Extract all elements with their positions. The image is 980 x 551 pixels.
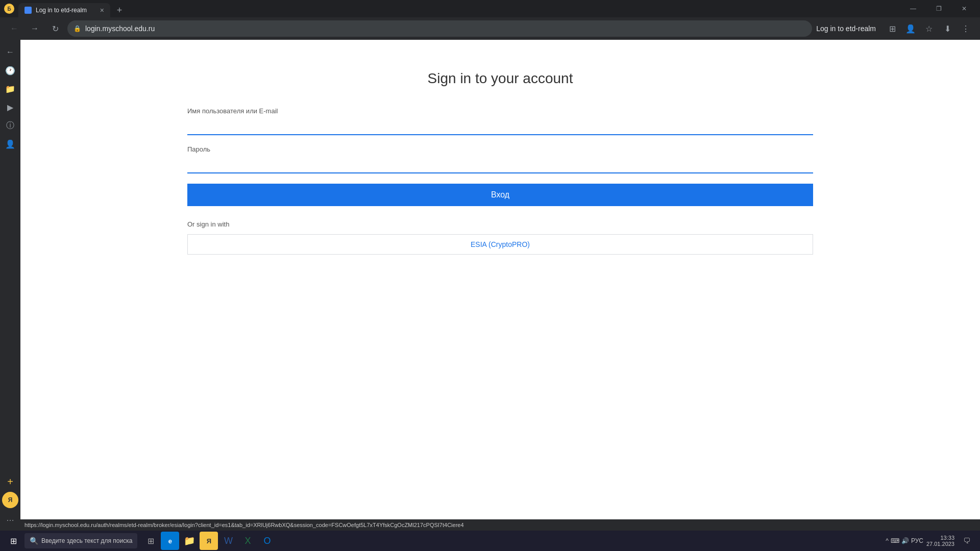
explorer-taskbar[interactable]: 📁 — [180, 532, 199, 550]
back-button[interactable]: ← — [6, 20, 22, 37]
clock-date: 27.01.2023 — [926, 541, 954, 547]
taskbar-sys-icons: ^ ⌨ 🔊 РУС — [886, 537, 923, 544]
password-label: Пароль — [187, 145, 813, 153]
login-container: Sign in to your account Имя пользователя… — [153, 70, 847, 519]
esia-button[interactable]: ESIA (CryptoPRO) — [187, 234, 813, 255]
sidebar-icon-history[interactable]: 🕐 — [2, 62, 18, 79]
sidebar-icon-play[interactable]: ▶ — [2, 99, 18, 115]
sidebar: ← 🕐 📁 ▶ ⓘ 👤 + Я … — [0, 40, 20, 531]
password-field-group: Пароль — [187, 145, 813, 173]
new-tab-button[interactable]: + — [112, 3, 127, 17]
address-text: login.myschool.edu.ru — [85, 24, 806, 33]
restore-button[interactable]: ❐ — [927, 0, 950, 17]
nav-right-icons: ⊞ 👤 ☆ ⬇ ⋮ — [884, 20, 974, 37]
password-input[interactable] — [187, 155, 813, 173]
browser-chrome: Б Log in to etd-realm × + — ❐ ✕ ← → ↻ 🔒 … — [0, 0, 980, 40]
keyboard-icon: ⌨ — [891, 537, 899, 544]
lock-icon: 🔒 — [74, 25, 81, 32]
or-sign-in-text: Or sign in with — [187, 220, 813, 228]
browser-logo: Б — [4, 4, 14, 14]
notification-button[interactable]: 🗨 — [958, 532, 976, 550]
tab-bar: Log in to etd-realm × + — [18, 0, 897, 17]
yandex-taskbar[interactable]: Я — [200, 532, 218, 550]
edge-taskbar[interactable]: e — [161, 532, 179, 550]
profile-button[interactable]: 👤 — [902, 20, 919, 37]
title-bar-controls: — ❐ ✕ — [901, 0, 976, 17]
downloads-button[interactable]: ⬇ — [939, 20, 955, 37]
taskbar-search[interactable]: 🔍 Введите здесь текст для поиска — [24, 533, 137, 548]
taskview-button[interactable]: ⊞ — [141, 532, 160, 550]
start-button[interactable]: ⊞ — [4, 532, 22, 550]
taskbar: ⊞ 🔍 Введите здесь текст для поиска ⊞ e 📁… — [0, 531, 980, 551]
layout: ← 🕐 📁 ▶ ⓘ 👤 + Я … Sign in to your accoun… — [0, 40, 980, 531]
forward-button[interactable]: → — [27, 20, 43, 37]
sidebar-icon-profile[interactable]: 👤 — [2, 136, 18, 152]
word-taskbar[interactable]: W — [219, 532, 237, 550]
menu-button[interactable]: ⋮ — [958, 20, 974, 37]
active-tab[interactable]: Log in to etd-realm × — [18, 3, 110, 17]
bookmark-button[interactable]: ☆ — [921, 20, 937, 37]
sidebar-icon-back[interactable]: ← — [2, 44, 18, 60]
status-bar: https://login.myschool.edu.ru/auth/realm… — [20, 519, 980, 531]
sidebar-icon-yandex[interactable]: Я — [2, 492, 18, 508]
sidebar-icon-info[interactable]: ⓘ — [2, 117, 18, 134]
reload-button[interactable]: ↻ — [47, 20, 63, 37]
taskbar-right: ^ ⌨ 🔊 РУС 13:33 27.01.2023 🗨 — [886, 532, 976, 550]
title-bar: Б Log in to etd-realm × + — ❐ ✕ — [0, 0, 980, 17]
lang-indicator: РУС — [911, 537, 923, 544]
submit-button[interactable]: Вход — [187, 184, 813, 206]
sys-icon-1: ^ — [886, 537, 889, 544]
address-bar[interactable]: 🔒 login.myschool.edu.ru — [67, 20, 812, 37]
title-bar-left: Б — [4, 4, 14, 14]
close-button[interactable]: ✕ — [952, 0, 976, 17]
username-field-group: Имя пользователя или E-mail — [187, 107, 813, 135]
sidebar-icon-more[interactable]: … — [2, 510, 18, 527]
search-icon: 🔍 — [30, 537, 38, 545]
tab-close-button[interactable]: × — [100, 6, 104, 14]
extensions-button[interactable]: ⊞ — [884, 20, 900, 37]
sidebar-icon-collections[interactable]: 📁 — [2, 81, 18, 97]
taskbar-icons: ⊞ e 📁 Я W X O — [141, 532, 276, 550]
tab-favicon — [24, 7, 32, 14]
excel-taskbar[interactable]: X — [238, 532, 257, 550]
outlook-taskbar[interactable]: O — [258, 532, 276, 550]
clock-time: 13:33 — [926, 535, 954, 541]
status-url: https://login.myschool.edu.ru/auth/realm… — [24, 522, 464, 528]
taskbar-time: 13:33 27.01.2023 — [926, 535, 954, 547]
minimize-button[interactable]: — — [901, 0, 925, 17]
username-label: Имя пользователя или E-mail — [187, 107, 813, 115]
page-title-nav: Log in to etd-realm — [816, 24, 876, 33]
tab-title: Log in to etd-realm — [36, 7, 96, 14]
page-area: Sign in to your account Имя пользователя… — [20, 40, 980, 519]
page-heading: Sign in to your account — [187, 70, 813, 87]
volume-icon: 🔊 — [901, 537, 909, 544]
search-placeholder: Введите здесь текст для поиска — [41, 537, 132, 544]
main-content: Sign in to your account Имя пользователя… — [20, 40, 980, 531]
nav-bar: ← → ↻ 🔒 login.myschool.edu.ru Log in to … — [0, 17, 980, 40]
sidebar-icon-add[interactable]: + — [2, 473, 18, 490]
username-input[interactable] — [187, 117, 813, 135]
